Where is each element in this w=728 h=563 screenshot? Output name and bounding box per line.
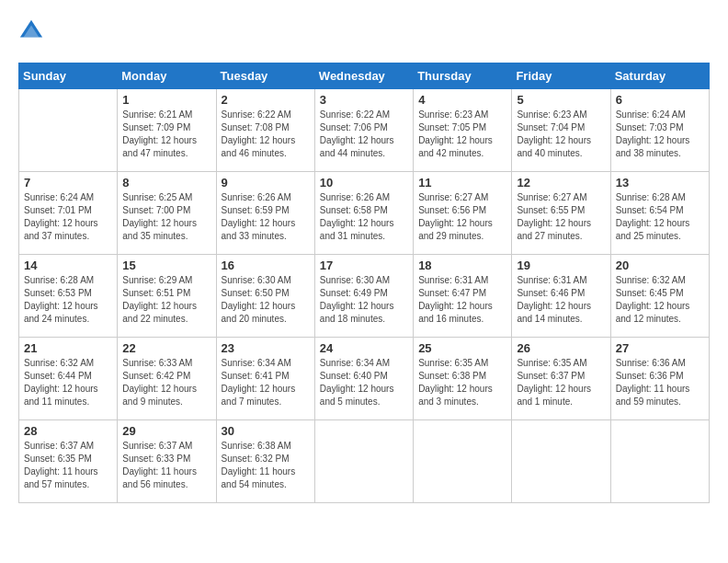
calendar-cell [512,420,610,503]
calendar-cell: 27Sunrise: 6:36 AM Sunset: 6:36 PM Dayli… [610,338,709,420]
calendar-cell: 6Sunrise: 6:24 AM Sunset: 7:03 PM Daylig… [610,89,709,172]
calendar-cell: 16Sunrise: 6:30 AM Sunset: 6:50 PM Dayli… [216,255,314,338]
day-info: Sunrise: 6:30 AM Sunset: 6:50 PM Dayligh… [222,274,310,326]
day-number: 15 [122,259,210,272]
header-monday: Monday [118,63,216,89]
day-number: 10 [320,176,408,190]
day-info: Sunrise: 6:23 AM Sunset: 7:04 PM Dayligh… [517,109,605,160]
calendar-cell [414,420,512,503]
day-number: 6 [616,93,704,107]
calendar-cell: 17Sunrise: 6:30 AM Sunset: 6:49 PM Dayli… [314,255,413,338]
calendar-cell: 3Sunrise: 6:22 AM Sunset: 7:06 PM Daylig… [314,89,413,172]
logo [18,18,46,48]
day-number: 30 [222,424,310,438]
calendar-week-3: 21Sunrise: 6:32 AM Sunset: 6:44 PM Dayli… [19,338,710,420]
calendar-cell: 5Sunrise: 6:23 AM Sunset: 7:04 PM Daylig… [512,89,610,172]
header-wednesday: Wednesday [314,63,413,89]
day-info: Sunrise: 6:26 AM Sunset: 6:59 PM Dayligh… [222,191,310,243]
day-info: Sunrise: 6:34 AM Sunset: 6:41 PM Dayligh… [222,357,310,408]
header-saturday: Saturday [610,63,709,89]
day-info: Sunrise: 6:31 AM Sunset: 6:46 PM Dayligh… [517,274,605,326]
calendar-cell: 1Sunrise: 6:21 AM Sunset: 7:09 PM Daylig… [118,89,216,172]
calendar-week-2: 14Sunrise: 6:28 AM Sunset: 6:53 PM Dayli… [19,255,710,338]
day-info: Sunrise: 6:37 AM Sunset: 6:33 PM Dayligh… [122,440,210,491]
day-number: 18 [418,259,506,272]
day-info: Sunrise: 6:27 AM Sunset: 6:56 PM Dayligh… [418,191,506,243]
day-info: Sunrise: 6:35 AM Sunset: 6:38 PM Dayligh… [418,357,506,408]
calendar-cell: 7Sunrise: 6:24 AM Sunset: 7:01 PM Daylig… [19,172,118,255]
calendar-cell: 11Sunrise: 6:27 AM Sunset: 6:56 PM Dayli… [414,172,512,255]
calendar-cell: 4Sunrise: 6:23 AM Sunset: 7:05 PM Daylig… [414,89,512,172]
day-info: Sunrise: 6:22 AM Sunset: 7:08 PM Dayligh… [222,109,310,160]
day-info: Sunrise: 6:28 AM Sunset: 6:53 PM Dayligh… [24,274,112,326]
day-number: 4 [418,93,506,107]
day-info: Sunrise: 6:33 AM Sunset: 6:42 PM Dayligh… [122,357,210,408]
calendar-cell: 12Sunrise: 6:27 AM Sunset: 6:55 PM Dayli… [512,172,610,255]
day-info: Sunrise: 6:22 AM Sunset: 7:06 PM Dayligh… [320,109,408,160]
day-info: Sunrise: 6:25 AM Sunset: 7:00 PM Dayligh… [122,191,210,243]
day-number: 20 [616,259,704,272]
day-info: Sunrise: 6:38 AM Sunset: 6:32 PM Dayligh… [222,440,310,491]
day-number: 29 [122,424,210,438]
page-header [18,18,710,48]
header-sunday: Sunday [19,63,118,89]
day-number: 19 [517,259,605,272]
calendar-cell: 28Sunrise: 6:37 AM Sunset: 6:35 PM Dayli… [19,420,118,503]
day-info: Sunrise: 6:21 AM Sunset: 7:09 PM Dayligh… [122,109,210,160]
calendar-cell: 14Sunrise: 6:28 AM Sunset: 6:53 PM Dayli… [19,255,118,338]
calendar-cell: 18Sunrise: 6:31 AM Sunset: 6:47 PM Dayli… [414,255,512,338]
calendar-table: SundayMondayTuesdayWednesdayThursdayFrid… [18,63,710,503]
day-info: Sunrise: 6:30 AM Sunset: 6:49 PM Dayligh… [320,274,408,326]
day-number: 21 [24,341,112,355]
day-number: 16 [222,259,310,272]
day-info: Sunrise: 6:32 AM Sunset: 6:44 PM Dayligh… [24,357,112,408]
calendar-cell: 15Sunrise: 6:29 AM Sunset: 6:51 PM Dayli… [118,255,216,338]
calendar-cell: 13Sunrise: 6:28 AM Sunset: 6:54 PM Dayli… [610,172,709,255]
header-friday: Friday [512,63,610,89]
day-number: 17 [320,259,408,272]
calendar-cell: 26Sunrise: 6:35 AM Sunset: 6:37 PM Dayli… [512,338,610,420]
day-number: 26 [517,341,605,355]
header-tuesday: Tuesday [216,63,314,89]
day-info: Sunrise: 6:31 AM Sunset: 6:47 PM Dayligh… [418,274,506,326]
day-number: 5 [517,93,605,107]
day-number: 24 [320,341,408,355]
day-number: 3 [320,93,408,107]
calendar-week-0: 1Sunrise: 6:21 AM Sunset: 7:09 PM Daylig… [19,89,710,172]
calendar-header-row: SundayMondayTuesdayWednesdayThursdayFrid… [19,63,710,89]
day-number: 2 [222,93,310,107]
day-number: 13 [616,176,704,190]
day-info: Sunrise: 6:24 AM Sunset: 7:01 PM Dayligh… [24,191,112,243]
day-info: Sunrise: 6:32 AM Sunset: 6:45 PM Dayligh… [616,274,704,326]
day-info: Sunrise: 6:27 AM Sunset: 6:55 PM Dayligh… [517,191,605,243]
calendar-cell: 29Sunrise: 6:37 AM Sunset: 6:33 PM Dayli… [118,420,216,503]
day-number: 12 [517,176,605,190]
day-info: Sunrise: 6:23 AM Sunset: 7:05 PM Dayligh… [418,109,506,160]
calendar-cell [610,420,709,503]
day-number: 8 [122,176,210,190]
day-number: 25 [418,341,506,355]
calendar-week-4: 28Sunrise: 6:37 AM Sunset: 6:35 PM Dayli… [19,420,710,503]
calendar-cell [19,89,118,172]
day-number: 22 [122,341,210,355]
day-number: 28 [24,424,112,438]
calendar-week-1: 7Sunrise: 6:24 AM Sunset: 7:01 PM Daylig… [19,172,710,255]
calendar-cell: 30Sunrise: 6:38 AM Sunset: 6:32 PM Dayli… [216,420,314,503]
calendar-cell: 8Sunrise: 6:25 AM Sunset: 7:00 PM Daylig… [118,172,216,255]
header-thursday: Thursday [414,63,512,89]
calendar-cell: 24Sunrise: 6:34 AM Sunset: 6:40 PM Dayli… [314,338,413,420]
day-info: Sunrise: 6:36 AM Sunset: 6:36 PM Dayligh… [616,357,704,408]
day-number: 1 [122,93,210,107]
day-info: Sunrise: 6:24 AM Sunset: 7:03 PM Dayligh… [616,109,704,160]
calendar-cell: 21Sunrise: 6:32 AM Sunset: 6:44 PM Dayli… [19,338,118,420]
calendar-cell: 20Sunrise: 6:32 AM Sunset: 6:45 PM Dayli… [610,255,709,338]
day-number: 7 [24,176,112,190]
day-number: 27 [616,341,704,355]
day-info: Sunrise: 6:29 AM Sunset: 6:51 PM Dayligh… [122,274,210,326]
logo-icon [18,18,44,44]
calendar-cell [314,420,413,503]
day-number: 14 [24,259,112,272]
calendar-cell: 25Sunrise: 6:35 AM Sunset: 6:38 PM Dayli… [414,338,512,420]
day-info: Sunrise: 6:35 AM Sunset: 6:37 PM Dayligh… [517,357,605,408]
calendar-cell: 22Sunrise: 6:33 AM Sunset: 6:42 PM Dayli… [118,338,216,420]
